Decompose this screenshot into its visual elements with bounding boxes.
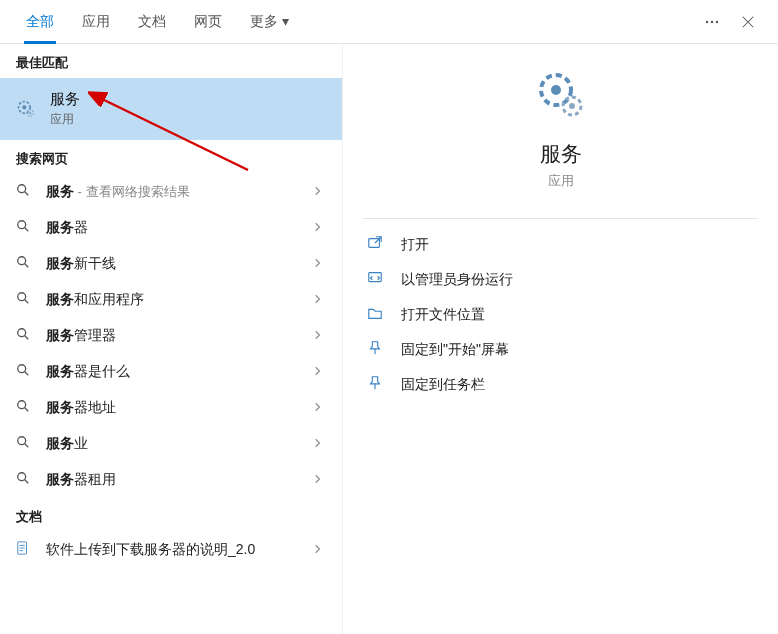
chevron-right-icon — [312, 291, 326, 309]
pin-icon — [367, 340, 385, 359]
svg-point-4 — [22, 105, 26, 109]
svg-point-18 — [18, 365, 26, 373]
doc-result-text: 软件上传到下载服务器的说明_2.0 — [46, 541, 312, 559]
search-icon — [16, 399, 32, 417]
action-open[interactable]: 打开 — [363, 227, 758, 262]
documents-header: 文档 — [0, 498, 342, 532]
web-result-text: 服务 - 查看网络搜索结果 — [46, 183, 312, 201]
tab-bar: 全部 应用 文档 网页 更多 ▾ — [0, 0, 778, 44]
web-result-item[interactable]: 服务管理器 — [0, 318, 342, 354]
web-result-text: 服务器 — [46, 219, 312, 237]
preview-title: 服务 — [363, 140, 758, 168]
more-options-icon[interactable] — [694, 0, 730, 44]
web-search-header: 搜索网页 — [0, 140, 342, 174]
search-icon — [16, 291, 32, 309]
best-match-item[interactable]: 服务 应用 — [0, 78, 342, 140]
search-icon — [16, 327, 32, 345]
web-result-text: 服务和应用程序 — [46, 291, 312, 309]
action-folder[interactable]: 打开文件位置 — [363, 297, 758, 332]
search-icon — [16, 183, 32, 201]
web-result-item[interactable]: 服务和应用程序 — [0, 282, 342, 318]
action-label: 固定到"开始"屏幕 — [401, 341, 509, 359]
search-icon — [16, 435, 32, 453]
search-icon — [16, 219, 32, 237]
best-match-sub: 应用 — [50, 111, 80, 128]
web-result-item[interactable]: 服务器是什么 — [0, 354, 342, 390]
tab-docs[interactable]: 文档 — [124, 0, 180, 44]
chevron-right-icon — [312, 183, 326, 201]
svg-point-22 — [18, 437, 26, 445]
web-result-item[interactable]: 服务 - 查看网络搜索结果 — [0, 174, 342, 210]
search-icon — [16, 363, 32, 381]
svg-line-15 — [25, 300, 29, 304]
web-result-item[interactable]: 服务业 — [0, 426, 342, 462]
svg-point-24 — [18, 473, 26, 481]
svg-point-0 — [706, 20, 708, 22]
web-result-text: 服务器租用 — [46, 471, 312, 489]
action-admin[interactable]: 以管理员身份运行 — [363, 262, 758, 297]
preview-sub: 应用 — [363, 172, 758, 190]
web-result-text: 服务器是什么 — [46, 363, 312, 381]
folder-icon — [367, 305, 385, 324]
svg-point-1 — [711, 20, 713, 22]
action-label: 固定到任务栏 — [401, 376, 485, 394]
svg-line-21 — [25, 408, 29, 412]
chevron-right-icon — [312, 219, 326, 237]
svg-point-16 — [18, 329, 26, 337]
chevron-right-icon — [312, 471, 326, 489]
document-icon — [16, 541, 32, 559]
search-icon — [16, 255, 32, 273]
web-result-text: 服务业 — [46, 435, 312, 453]
search-icon — [16, 471, 32, 489]
open-icon — [367, 235, 385, 254]
svg-point-20 — [18, 401, 26, 409]
action-label: 以管理员身份运行 — [401, 271, 513, 289]
best-match-title: 服务 — [50, 90, 80, 109]
best-match-header: 最佳匹配 — [0, 44, 342, 78]
svg-line-13 — [25, 264, 29, 268]
action-label: 打开 — [401, 236, 429, 254]
svg-line-23 — [25, 444, 29, 448]
pin-icon — [367, 375, 385, 394]
svg-point-12 — [18, 257, 26, 265]
svg-line-25 — [25, 480, 29, 484]
tab-web[interactable]: 网页 — [180, 0, 236, 44]
svg-point-14 — [18, 293, 26, 301]
tab-more[interactable]: 更多 ▾ — [236, 0, 303, 44]
admin-icon — [367, 270, 385, 289]
web-result-item[interactable]: 服务器 — [0, 210, 342, 246]
svg-point-8 — [18, 185, 26, 193]
svg-point-10 — [18, 221, 26, 229]
services-icon — [16, 99, 36, 119]
action-pin[interactable]: 固定到任务栏 — [363, 367, 758, 402]
web-result-item[interactable]: 服务器地址 — [0, 390, 342, 426]
svg-line-19 — [25, 372, 29, 376]
chevron-right-icon — [312, 363, 326, 381]
web-result-text: 服务新干线 — [46, 255, 312, 273]
svg-line-11 — [25, 228, 29, 232]
close-icon[interactable] — [730, 0, 766, 44]
web-result-text: 服务器地址 — [46, 399, 312, 417]
action-label: 打开文件位置 — [401, 306, 485, 324]
services-icon-large — [534, 68, 588, 122]
svg-point-31 — [551, 85, 561, 95]
tab-apps[interactable]: 应用 — [68, 0, 124, 44]
doc-result-item[interactable]: 软件上传到下载服务器的说明_2.0 — [0, 532, 342, 568]
chevron-right-icon — [312, 541, 326, 559]
web-result-item[interactable]: 服务新干线 — [0, 246, 342, 282]
tab-all[interactable]: 全部 — [12, 0, 68, 44]
chevron-right-icon — [312, 435, 326, 453]
chevron-right-icon — [312, 327, 326, 345]
chevron-right-icon — [312, 255, 326, 273]
action-pin[interactable]: 固定到"开始"屏幕 — [363, 332, 758, 367]
divider — [363, 218, 758, 219]
preview-panel: 服务 应用 打开以管理员身份运行打开文件位置固定到"开始"屏幕固定到任务栏 — [343, 44, 778, 634]
svg-point-2 — [716, 20, 718, 22]
svg-point-33 — [569, 103, 575, 109]
web-result-item[interactable]: 服务器租用 — [0, 462, 342, 498]
chevron-right-icon — [312, 399, 326, 417]
results-panel: 最佳匹配 服务 应用 搜索网页 服务 - 查看网络搜索结果服务器服务新干线服务和… — [0, 44, 343, 634]
svg-line-17 — [25, 336, 29, 340]
svg-point-6 — [29, 112, 32, 115]
svg-line-9 — [25, 192, 29, 196]
